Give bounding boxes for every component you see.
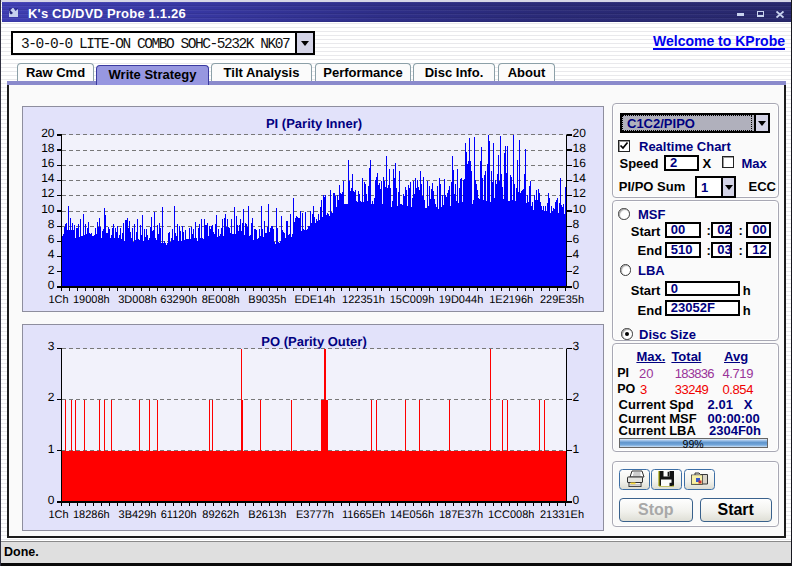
svg-text:4: 4	[48, 247, 55, 261]
svg-text:8: 8	[48, 216, 55, 230]
svg-text:8: 8	[573, 216, 580, 230]
svg-text:1CC008h: 1CC008h	[488, 509, 534, 521]
svg-text:1E2196h: 1E2196h	[489, 294, 533, 306]
svg-text:18: 18	[41, 140, 55, 154]
svg-text:0: 0	[573, 493, 580, 507]
svg-text:1: 1	[573, 442, 580, 456]
svg-text:2: 2	[48, 262, 55, 276]
svg-text:187E37h: 187E37h	[439, 509, 483, 521]
svg-text:EDE14h: EDE14h	[295, 294, 336, 306]
svg-text:63290h: 63290h	[160, 294, 197, 306]
svg-text:18286h: 18286h	[73, 509, 110, 521]
svg-text:0: 0	[573, 277, 580, 291]
svg-text:122351h: 122351h	[342, 294, 385, 306]
svg-text:E3777h: E3777h	[296, 509, 334, 521]
svg-text:1: 1	[48, 442, 55, 456]
svg-text:18: 18	[573, 140, 587, 154]
svg-text:12: 12	[41, 186, 55, 200]
svg-text:229E35h: 229E35h	[540, 294, 584, 306]
svg-text:14E056h: 14E056h	[390, 509, 434, 521]
svg-text:4: 4	[573, 247, 580, 261]
svg-text:6: 6	[573, 232, 580, 246]
svg-text:21331Eh: 21331Eh	[540, 509, 584, 521]
svg-text:89262h: 89262h	[202, 509, 239, 521]
svg-text:2: 2	[573, 262, 580, 276]
svg-text:19D044h: 19D044h	[439, 294, 484, 306]
svg-text:PO (Parity Outer): PO (Parity Outer)	[261, 334, 366, 349]
svg-text:10: 10	[41, 201, 55, 215]
svg-text:3D008h: 3D008h	[118, 294, 157, 306]
svg-text:12: 12	[573, 186, 587, 200]
svg-text:2: 2	[573, 390, 580, 404]
svg-text:3: 3	[573, 339, 580, 353]
svg-text:1Ch: 1Ch	[49, 294, 69, 306]
svg-text:B2613h: B2613h	[248, 509, 286, 521]
svg-text:61120h: 61120h	[161, 509, 197, 521]
svg-text:3: 3	[48, 339, 55, 353]
svg-text:3B429h: 3B429h	[119, 509, 157, 521]
svg-text:20: 20	[41, 125, 55, 139]
svg-text:15C009h: 15C009h	[390, 294, 435, 306]
svg-text:14: 14	[573, 171, 587, 185]
svg-text:PI (Parity Inner): PI (Parity Inner)	[266, 115, 362, 130]
svg-text:14: 14	[41, 171, 55, 185]
svg-text:1Ch: 1Ch	[49, 509, 69, 521]
svg-text:8E008h: 8E008h	[202, 294, 240, 306]
svg-text:20: 20	[573, 125, 587, 139]
svg-text:11665Eh: 11665Eh	[342, 509, 385, 521]
svg-text:0: 0	[48, 277, 55, 291]
svg-text:2: 2	[48, 390, 55, 404]
svg-text:16: 16	[573, 156, 587, 170]
svg-text:6: 6	[48, 232, 55, 246]
svg-text:16: 16	[41, 156, 55, 170]
svg-text:10: 10	[573, 201, 587, 215]
svg-text:B9035h: B9035h	[248, 294, 286, 306]
svg-text:19008h: 19008h	[73, 294, 110, 306]
svg-text:0: 0	[48, 493, 55, 507]
